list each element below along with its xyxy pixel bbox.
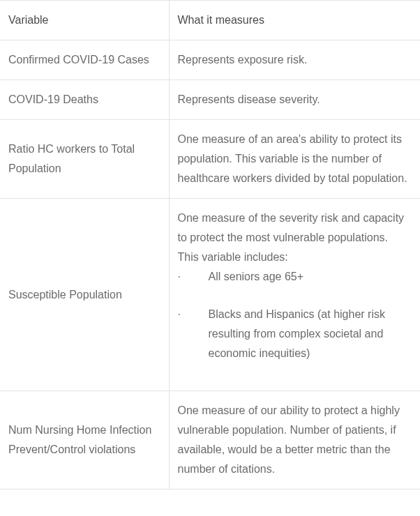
cell-variable: Confirmed COVID-19 Cases xyxy=(0,40,169,80)
bullet-item: · All seniors age 65+ xyxy=(178,267,412,287)
header-what-measures: What it measures xyxy=(169,1,420,40)
header-variable: Variable xyxy=(0,1,169,40)
bullet-item: · Blacks and Hispanics (at higher risk r… xyxy=(178,305,412,363)
cell-variable: Ratio HC workers to Total Population xyxy=(0,120,169,199)
cell-variable: Num Nursing Home Infection Prevent/Contr… xyxy=(0,391,169,490)
cell-desc: One measure of our ability to protect a … xyxy=(169,391,420,490)
cell-desc: Represents disease severity. xyxy=(169,80,420,120)
desc-intro: One measure of the severity risk and cap… xyxy=(178,208,412,267)
cell-variable: Susceptible Population xyxy=(0,199,169,391)
table-row: COVID-19 Deaths Represents disease sever… xyxy=(0,80,420,120)
table-row: Confirmed COVID-19 Cases Represents expo… xyxy=(0,40,420,80)
bullet-dot-icon: · xyxy=(178,267,209,287)
variables-table: Variable What it measures Confirmed COVI… xyxy=(0,0,420,490)
bullet-dot-icon: · xyxy=(178,305,209,363)
cell-desc: One measure of the severity risk and cap… xyxy=(169,199,420,391)
bullet-text: All seniors age 65+ xyxy=(209,267,412,287)
cell-desc: One measure of an area's ability to prot… xyxy=(169,120,420,199)
spacer xyxy=(178,287,412,305)
bullet-text: Blacks and Hispanics (at higher risk res… xyxy=(209,305,412,363)
table-row: Ratio HC workers to Total Population One… xyxy=(0,120,420,199)
table-header-row: Variable What it measures xyxy=(0,1,420,40)
cell-variable: COVID-19 Deaths xyxy=(0,80,169,120)
spacer xyxy=(178,363,412,381)
table-row: Susceptible Population One measure of th… xyxy=(0,199,420,391)
table-row: Num Nursing Home Infection Prevent/Contr… xyxy=(0,391,420,490)
cell-desc: Represents exposure risk. xyxy=(169,40,420,80)
